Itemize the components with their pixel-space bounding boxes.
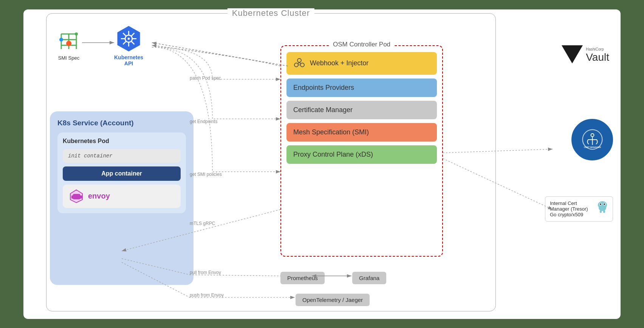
svg-rect-23 (79, 196, 82, 198)
k8s-pod-label: Kubernetes Pod (63, 138, 181, 145)
cert-manager-component: Certificate Manager (286, 101, 437, 119)
webhook-icon (293, 57, 305, 69)
mesh-spec-label: Mesh Specification (SMI) (293, 128, 369, 136)
envoy-box: envoy (63, 185, 181, 208)
endpoints-label: Endpoints Providers (293, 84, 354, 92)
svg-point-7 (59, 38, 63, 42)
k8s-cluster-label: Kubernetes Cluster (228, 8, 314, 18)
envoy-label: envoy (88, 192, 110, 200)
prometheus-label: Prometheus (287, 275, 318, 281)
k8s-api-label: Kubernetes API (114, 54, 143, 66)
envoy-icon (68, 189, 85, 203)
mesh-spec-component: Mesh Specification (SMI) (286, 123, 437, 142)
svg-point-24 (294, 63, 298, 67)
svg-point-8 (75, 32, 78, 35)
prometheus-box: Prometheus (280, 272, 325, 284)
mtls-grpc-label: mTLS gRPC (190, 221, 215, 226)
go-gopher-icon (597, 200, 608, 214)
k8s-service-box: K8s Service (Account) Kubernetes Pod ini… (50, 111, 194, 285)
grafana-box: Grafana (352, 272, 386, 284)
smi-spec-icon (57, 30, 80, 53)
patch-pod-spec-label: patch Pod spec (190, 75, 221, 81)
cert-manager-circle: CERT MANAGER (571, 119, 613, 160)
push-from-envoy-label: push from Envoy (190, 293, 224, 298)
proxy-control-component: Proxy Control Plane (xDS) (286, 145, 437, 164)
endpoints-component: Endpoints Providers (286, 79, 437, 97)
k8s-service-label: K8s Service (Account) (57, 119, 186, 127)
get-smi-policies-label: get SMI policies (190, 172, 222, 177)
vault-section: HashiCorp Vault (562, 45, 609, 63)
vault-label: Vault (586, 51, 609, 63)
svg-point-11 (128, 37, 130, 40)
osm-controller-box: OSM Controller Pod Webhook + Injector En… (280, 45, 443, 257)
cert-manager-label: Certificate Manager (293, 106, 353, 114)
osm-controller-label: OSM Controller Pod (330, 41, 393, 48)
smi-spec-label: SMI Spec (58, 55, 79, 61)
svg-text:CERT MANAGER: CERT MANAGER (584, 146, 601, 148)
vault-triangle-icon (562, 45, 583, 63)
opentelemetry-label: OpenTelemetry / Jaeger (302, 297, 363, 303)
svg-point-38 (600, 203, 601, 205)
webhook-component: Webhook + Injector (286, 52, 437, 75)
opentelemetry-box: OpenTelemetry / Jaeger (296, 294, 370, 306)
app-container: App container (63, 166, 181, 181)
svg-point-40 (599, 205, 606, 211)
hashicorp-label: HashiCorp (586, 47, 609, 51)
pull-from-envoy-label: pull from Envoy (190, 270, 221, 275)
svg-rect-42 (603, 210, 605, 213)
grafana-label: Grafana (359, 275, 379, 281)
svg-line-28 (299, 62, 301, 64)
svg-rect-41 (600, 210, 602, 213)
webhook-label: Webhook + Injector (310, 59, 368, 67)
svg-rect-22 (72, 196, 74, 198)
k8s-api-icon (115, 25, 143, 53)
internal-cert-line3: Go crypto/x509 (550, 212, 588, 217)
k8s-api: Kubernetes API (114, 25, 143, 66)
proxy-control-label: Proxy Control Plane (xDS) (293, 151, 373, 159)
svg-point-39 (604, 203, 605, 205)
internal-cert-box: Internal Cert Manager (Tresor) Go crypto… (545, 196, 613, 222)
init-container: init container (63, 149, 181, 163)
smi-spec: SMI Spec (57, 30, 80, 61)
svg-point-6 (66, 41, 71, 46)
internal-cert-line1: Internal Cert (550, 200, 588, 206)
cert-manager-icon: CERT MANAGER (582, 129, 603, 150)
k8s-pod-box: Kubernetes Pod init container App contai… (57, 132, 186, 213)
svg-point-26 (297, 59, 301, 62)
cert-manager-section: CERT MANAGER (571, 119, 613, 160)
get-endpoints-label: get Endpoints (190, 119, 217, 124)
main-diagram: Kubernetes Cluster SMI Spec (23, 9, 621, 319)
internal-cert-line2: Manager (Tresor) (550, 206, 588, 212)
